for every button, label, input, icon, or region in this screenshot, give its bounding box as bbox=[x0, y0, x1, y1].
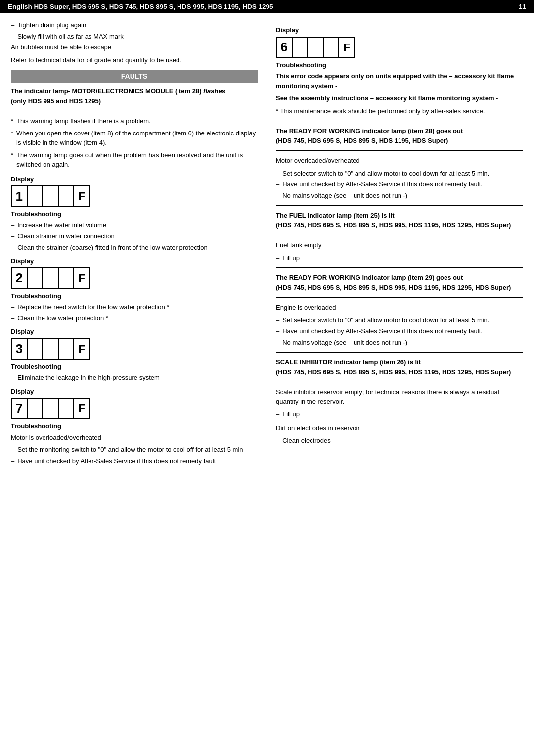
display6-cell3 bbox=[308, 38, 324, 57]
display6-cell2 bbox=[293, 38, 309, 57]
display1-cell2 bbox=[28, 186, 44, 206]
display1-item-2: Clean strainer in water connection bbox=[11, 231, 258, 241]
intro-text1: Air bubbles must be able to escape bbox=[11, 43, 258, 52]
page-header: English HDS Super, HDS 695 S, HDS 745, H… bbox=[0, 0, 534, 13]
display7-box: 7 F bbox=[11, 398, 90, 419]
display7-num: 7 bbox=[12, 399, 28, 418]
display3-cell4 bbox=[59, 339, 75, 359]
display6-text1: This error code appears only on units eq… bbox=[276, 71, 523, 90]
display7-label: Display bbox=[11, 387, 258, 397]
divider-motor bbox=[11, 111, 258, 111]
fuel-indicator-intro: Fuel tank empty bbox=[276, 240, 523, 250]
display6-box: 6 F bbox=[276, 37, 355, 58]
display2-label: Display bbox=[11, 256, 258, 266]
warning-note-3: The warning lamp goes out when the probl… bbox=[11, 150, 258, 170]
left-column: Tighten drain plug again Slowly fill wit… bbox=[0, 13, 267, 474]
display1-troubleshooting-label: Troubleshooting bbox=[11, 209, 258, 219]
intro-text2: Refer to technical data for oil grade an… bbox=[11, 55, 258, 65]
display3-item-1: Eliminate the leakage in the high-pressu… bbox=[11, 373, 258, 383]
display2-troubleshooting-label: Troubleshooting bbox=[11, 291, 258, 301]
display2-cell2 bbox=[28, 268, 44, 288]
right-column: Display 6 F Troubleshooting This error c… bbox=[267, 13, 534, 474]
divider-4 bbox=[276, 235, 523, 235]
divider-3 bbox=[276, 205, 523, 206]
display3-f: F bbox=[74, 339, 89, 359]
warning-note-2: When you open the cover (item 8) of the … bbox=[11, 129, 258, 148]
display2-f: F bbox=[74, 268, 89, 288]
display6-text2: See the assembly instructions – accessor… bbox=[276, 93, 523, 103]
display2-item-1: Replace the reed switch for the low wate… bbox=[11, 302, 258, 312]
faults-section-label: FAULTS bbox=[11, 70, 258, 83]
display1-f: F bbox=[74, 186, 89, 206]
page: English HDS Super, HDS 695 S, HDS 745, H… bbox=[0, 0, 534, 756]
scale-inhibitor-item-1: Fill up bbox=[276, 409, 523, 419]
ready-working-28-item-1: Set selector switch to "0" and allow mot… bbox=[276, 169, 523, 178]
ready-working-29-item-2: Have unit checked by After-Sales Service… bbox=[276, 326, 523, 336]
display3-num: 3 bbox=[12, 339, 28, 359]
divider-7 bbox=[276, 352, 523, 353]
ready-working-29-item-3: No mains voltage (see – unit does not ru… bbox=[276, 338, 523, 348]
display2-item-2: Clean the low water protection * bbox=[11, 313, 258, 323]
display2-cell4 bbox=[59, 268, 75, 288]
display7-troubleshooting-label: Troubleshooting bbox=[11, 421, 258, 431]
scale-inhibitor-heading: SCALE INHIBITOR indicator lamp (item 26)… bbox=[276, 357, 523, 377]
divider-8 bbox=[276, 382, 523, 382]
display1-box: 1 F bbox=[11, 185, 90, 207]
scale-inhibitor-text2: Dirt on electrodes in reservoir bbox=[276, 423, 523, 433]
scale-inhibitor-item-2: Clean electrodes bbox=[276, 436, 523, 445]
divider-6 bbox=[276, 297, 523, 298]
ready-working-28-item-3: No mains voltage (see – unit does not ru… bbox=[276, 191, 523, 201]
display6-f: F bbox=[339, 38, 354, 57]
ready-working-28-item-2: Have unit checked by After-Sales Service… bbox=[276, 179, 523, 189]
display1-cell4 bbox=[59, 186, 75, 206]
display3-box: 3 F bbox=[11, 338, 90, 360]
display6-cell4 bbox=[324, 38, 340, 57]
display6-note: * This maintenance work should be perfor… bbox=[276, 106, 523, 116]
display1-num: 1 bbox=[12, 186, 28, 206]
warning-note-1: This warning lamp flashes if there is a … bbox=[11, 116, 258, 126]
display6-label: Display bbox=[276, 25, 523, 35]
display2-num: 2 bbox=[12, 268, 28, 288]
ready-working-28-intro: Motor overloaded/overheated bbox=[276, 156, 523, 166]
display2-box: 2 F bbox=[11, 267, 90, 289]
display6-num: 6 bbox=[277, 38, 293, 57]
intro-item-1: Tighten drain plug again bbox=[11, 20, 258, 30]
scale-inhibitor-text1: Scale inhibitor reservoir empty; for tec… bbox=[276, 387, 523, 406]
divider-2 bbox=[276, 150, 523, 151]
header-page-number: 11 bbox=[519, 3, 526, 10]
display1-label: Display bbox=[11, 175, 258, 184]
ready-working-29-item-1: Set selector switch to "0" and allow mot… bbox=[276, 315, 523, 325]
display2-cell3 bbox=[43, 268, 59, 288]
display7-cell4 bbox=[59, 399, 75, 418]
fuel-indicator-heading: The FUEL indicator lamp (item 25) is lit… bbox=[276, 211, 523, 230]
ready-working-29-heading: The READY FOR WORKING indicator lamp (it… bbox=[276, 273, 523, 292]
intro-item-2: Slowly fill with oil as far as MAX mark bbox=[11, 32, 258, 42]
header-title: English HDS Super, HDS 695 S, HDS 745, H… bbox=[8, 3, 273, 10]
display1-item-1: Increase the water inlet volume bbox=[11, 221, 258, 230]
ready-working-28-heading: The READY FOR WORKING indicator lamp (it… bbox=[276, 126, 523, 145]
display6-troubleshooting-label: Troubleshooting bbox=[276, 60, 523, 70]
display7-f: F bbox=[74, 399, 89, 418]
display1-item-3: Clean the strainer (coarse) fitted in fr… bbox=[11, 243, 258, 253]
display7-cell3 bbox=[43, 399, 59, 418]
motor-heading: The indicator lamp- MOTOR/ELECTRONICS MO… bbox=[11, 87, 258, 106]
divider-5 bbox=[276, 267, 523, 268]
display7-item-2: Have unit checked by After-Sales Service… bbox=[11, 456, 258, 466]
display1-cell3 bbox=[43, 186, 59, 206]
ready-working-29-intro: Engine is overloaded bbox=[276, 303, 523, 312]
display7-cell2 bbox=[28, 399, 44, 418]
display3-cell2 bbox=[28, 339, 44, 359]
display7-item-1: Set the monitoring switch to "0" and all… bbox=[11, 445, 258, 455]
display7-intro: Motor is overloaded/overheated bbox=[11, 433, 258, 443]
divider-1 bbox=[276, 121, 523, 121]
display3-troubleshooting-label: Troubleshooting bbox=[11, 362, 258, 372]
display3-cell3 bbox=[43, 339, 59, 359]
main-content: Tighten drain plug again Slowly fill wit… bbox=[0, 13, 534, 474]
fuel-indicator-item-1: Fill up bbox=[276, 253, 523, 263]
display3-label: Display bbox=[11, 327, 258, 337]
